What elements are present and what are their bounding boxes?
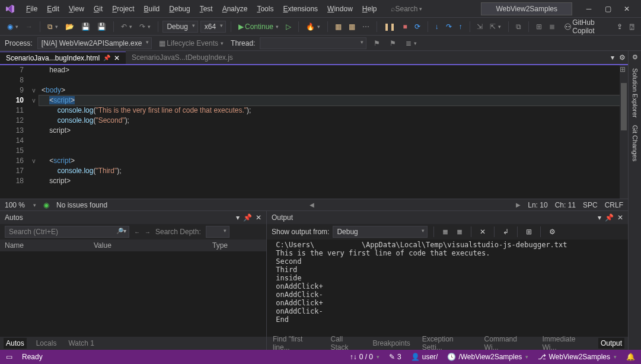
thread-icon-2[interactable]: ⚑ bbox=[387, 38, 398, 49]
tb-icon-6[interactable]: ⧉ bbox=[514, 21, 524, 32]
output-wrap-icon[interactable]: ↲ bbox=[500, 226, 511, 237]
output-window-icon[interactable]: ▭ bbox=[6, 353, 12, 361]
tb-icon-4[interactable]: ⇲ bbox=[474, 21, 485, 32]
pause-button[interactable]: ❚❚ bbox=[381, 21, 398, 32]
share-icon[interactable]: ⇪ bbox=[614, 21, 625, 32]
panel-pin-icon[interactable]: 📌 bbox=[243, 213, 252, 222]
tb-icon-5[interactable]: ⇱▾ bbox=[487, 21, 503, 32]
editor-tab[interactable]: ScenarioJavaS...tDebugIndex.js bbox=[126, 52, 239, 64]
menu-edit[interactable]: Edit bbox=[42, 2, 64, 15]
indent-indicator[interactable]: SPC bbox=[583, 201, 598, 209]
git-changes-tab[interactable]: Git Changes bbox=[632, 125, 639, 161]
open-button[interactable]: 📂 bbox=[63, 21, 76, 32]
hot-reload-icon[interactable]: 🔥▾ bbox=[304, 21, 323, 32]
search-depth-combo[interactable] bbox=[206, 226, 229, 238]
code-line[interactable]: script> bbox=[39, 126, 628, 136]
tab-close-icon[interactable]: ✕ bbox=[114, 54, 120, 62]
config-combo[interactable]: Debug bbox=[162, 21, 197, 33]
account-icon[interactable]: ⍰ bbox=[627, 21, 636, 32]
copilot-button[interactable]: GitHub Copilot bbox=[562, 17, 612, 36]
menu-view[interactable]: View bbox=[64, 2, 89, 15]
menu-file[interactable]: File bbox=[21, 2, 42, 15]
tb-icon-3[interactable]: ⋯ bbox=[360, 21, 372, 32]
git-changes-count[interactable]: ✎ 3 bbox=[389, 353, 401, 361]
code-line[interactable]: script> bbox=[39, 176, 628, 186]
save-all-button[interactable]: 💾 bbox=[95, 21, 109, 32]
tabstrip-gear-icon[interactable]: ⚙ bbox=[617, 52, 628, 63]
panel-dropdown-icon[interactable]: ▾ bbox=[598, 213, 601, 222]
thread-icon-1[interactable]: ⚑ bbox=[371, 38, 382, 49]
menu-help[interactable]: Help bbox=[358, 2, 382, 15]
step-into-button[interactable]: ↓ bbox=[433, 21, 441, 32]
output-icon-2[interactable]: ≣ bbox=[454, 226, 465, 237]
menu-analyze[interactable]: Analyze bbox=[218, 2, 253, 15]
tb-icon-8[interactable]: ≣ bbox=[547, 21, 557, 32]
git-repo[interactable]: 🕓 /WebView2Samples ▾ bbox=[447, 353, 528, 361]
output-icon-3[interactable]: ⊞ bbox=[524, 226, 534, 237]
autos-search-input[interactable]: Search (Ctrl+E) bbox=[5, 226, 129, 238]
panel-tab[interactable]: Output bbox=[598, 338, 624, 349]
platform-combo[interactable]: x64 bbox=[200, 21, 226, 33]
new-item-button[interactable]: ⧉▾ bbox=[45, 21, 60, 32]
panel-close-icon[interactable]: ✕ bbox=[617, 213, 623, 222]
output-icon-1[interactable]: ≣ bbox=[440, 226, 451, 237]
line-indicator[interactable]: Ln: 10 bbox=[528, 201, 547, 209]
menu-build[interactable]: Build bbox=[139, 2, 165, 15]
code-line[interactable]: head> bbox=[39, 65, 628, 75]
output-clear-icon[interactable]: ✕ bbox=[477, 226, 488, 237]
step-no-debug-button[interactable]: ▷ bbox=[283, 21, 294, 32]
output-text[interactable]: C:\Users\ \AppData\Local\Temp\visualstud… bbox=[267, 240, 628, 337]
minimize-button[interactable]: ─ bbox=[579, 2, 598, 16]
menu-test[interactable]: Test bbox=[195, 2, 218, 15]
eol-indicator[interactable]: CRLF bbox=[605, 201, 623, 209]
panel-tab[interactable]: Locals bbox=[34, 338, 59, 349]
close-button[interactable]: ✕ bbox=[617, 2, 636, 16]
col-indicator[interactable]: Ch: 11 bbox=[555, 201, 576, 209]
undo-button[interactable]: ↶▾ bbox=[119, 21, 135, 32]
code-line[interactable] bbox=[39, 75, 628, 85]
search-fwd-icon[interactable]: → bbox=[145, 229, 151, 235]
stack-frame-icon[interactable]: ≣▾ bbox=[403, 38, 419, 49]
menu-extensions[interactable]: Extensions bbox=[278, 2, 323, 15]
git-sync[interactable]: ↑↓ 0 / 0 ▾ bbox=[350, 353, 380, 361]
tb-icon-7[interactable]: ⊞ bbox=[534, 21, 544, 32]
code-line[interactable]: <script> bbox=[39, 95, 628, 106]
menu-tools[interactable]: Tools bbox=[252, 2, 278, 15]
code-line[interactable] bbox=[39, 146, 628, 156]
nav-right-icon[interactable]: ▶ bbox=[516, 202, 521, 208]
panel-tab[interactable]: Autos bbox=[4, 338, 27, 349]
git-branch[interactable]: ⎇ WebView2Samples ▾ bbox=[538, 353, 617, 361]
nav-left-icon[interactable]: ◀ bbox=[310, 202, 314, 208]
autos-body[interactable] bbox=[0, 251, 266, 337]
step-out-button[interactable]: ↑ bbox=[457, 21, 465, 32]
panel-pin-icon[interactable]: 📌 bbox=[605, 213, 614, 222]
code-line[interactable]: <script> bbox=[39, 156, 628, 166]
code-line[interactable]: console.log("Third"); bbox=[39, 166, 628, 176]
output-settings-icon[interactable]: ⚙ bbox=[547, 226, 558, 237]
gear-icon[interactable]: ⚙ bbox=[632, 53, 638, 61]
tb-icon-1[interactable]: ▦ bbox=[333, 21, 344, 32]
nav-back-button[interactable]: ◉▾ bbox=[5, 21, 21, 32]
code-line[interactable]: console.log("This is the very first line… bbox=[39, 106, 628, 116]
save-button[interactable]: 💾 bbox=[79, 21, 93, 32]
split-icon[interactable]: ⊞ bbox=[617, 65, 628, 76]
code-line[interactable]: <body> bbox=[39, 85, 628, 95]
menu-debug[interactable]: Debug bbox=[164, 2, 194, 15]
lifecycle-button[interactable]: ▦ Lifecycle Events ▾ bbox=[157, 38, 226, 49]
code-line[interactable]: console.log("Second"); bbox=[39, 116, 628, 126]
menu-project[interactable]: Project bbox=[107, 2, 139, 15]
search-back-icon[interactable]: ← bbox=[134, 229, 140, 235]
menu-git[interactable]: Git bbox=[89, 2, 107, 15]
tabstrip-dropdown[interactable]: ▾ bbox=[608, 52, 617, 63]
pin-icon[interactable]: 📌 bbox=[103, 55, 110, 61]
restart-button[interactable]: ⟳ bbox=[412, 21, 423, 32]
thread-combo[interactable] bbox=[260, 37, 366, 49]
panel-tab[interactable]: Breakpoints bbox=[370, 338, 412, 349]
editor-tab[interactable]: ScenarioJava...bugIndex.html📌✕ bbox=[0, 52, 126, 64]
process-combo[interactable]: [N/A] WebView2APISample.exe bbox=[37, 37, 152, 49]
editor-scrollbar[interactable] bbox=[620, 65, 628, 199]
search-box[interactable]: ⌕ Search ▾ bbox=[391, 5, 422, 13]
git-user[interactable]: 👤 user/ bbox=[411, 353, 438, 361]
tb-icon-2[interactable]: ▦ bbox=[346, 21, 358, 32]
bell-icon[interactable]: 🔔 bbox=[626, 353, 635, 361]
